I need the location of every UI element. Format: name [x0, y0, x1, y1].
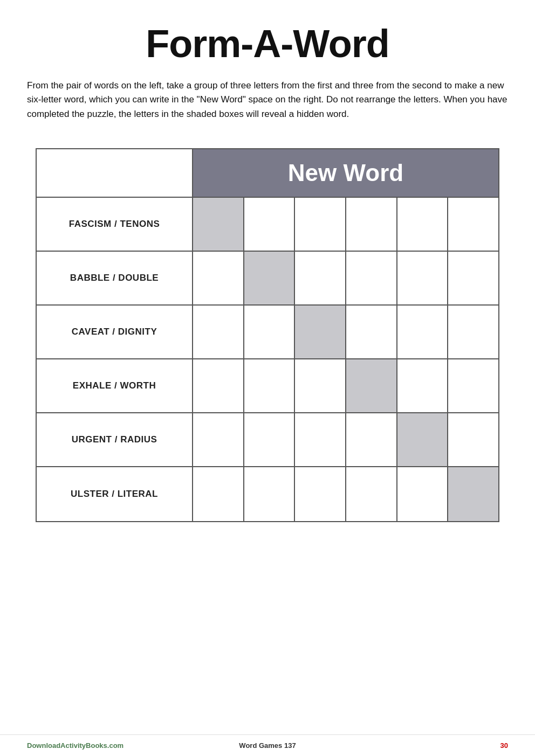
grid-cell[interactable]: [244, 198, 296, 251]
grid-cell[interactable]: [193, 252, 244, 304]
grid-row: [193, 413, 498, 467]
grid-cell[interactable]: [346, 413, 397, 466]
grid-cell[interactable]: [397, 252, 449, 304]
word-pair-row: BABBLE / DOUBLE: [37, 252, 192, 306]
grid-row: [193, 252, 498, 306]
puzzle-container: FASCISM / TENONSBABBLE / DOUBLECAVEAT / …: [36, 148, 499, 522]
grid-cell[interactable]: [244, 252, 296, 304]
grid-row: [193, 467, 498, 521]
footer: DownloadActivityBooks.com Word Games 137…: [0, 734, 535, 756]
grid-cell[interactable]: [193, 467, 244, 521]
page-title: Form-A-Word: [27, 22, 508, 66]
grid-row: [193, 198, 498, 252]
right-column: New Word: [192, 148, 499, 522]
grid-row: [193, 306, 498, 359]
grid-cell[interactable]: [397, 413, 449, 466]
grid-cell[interactable]: [295, 467, 346, 521]
grid-cell[interactable]: [448, 413, 498, 466]
grid-cell[interactable]: [346, 198, 397, 251]
grid-cell[interactable]: [244, 467, 296, 521]
grid-cell[interactable]: [295, 413, 346, 466]
grid-cell[interactable]: [295, 198, 346, 251]
grid-cell[interactable]: [448, 306, 498, 358]
grid-cell[interactable]: [448, 467, 498, 521]
grid-cell[interactable]: [193, 306, 244, 358]
grid-cell[interactable]: [346, 252, 397, 304]
grid-cell[interactable]: [193, 413, 244, 466]
left-header: [37, 149, 192, 198]
grid-cell[interactable]: [193, 198, 244, 251]
footer-title: Word Games 137: [187, 741, 347, 750]
footer-website: DownloadActivityBooks.com: [27, 741, 187, 750]
grid-row: [193, 359, 498, 413]
word-pair-row: ULSTER / LITERAL: [37, 467, 192, 521]
grid-cell[interactable]: [295, 252, 346, 304]
grid-cell[interactable]: [244, 413, 296, 466]
page: Form-A-Word From the pair of words on th…: [0, 0, 535, 554]
grid-cell[interactable]: [295, 359, 346, 412]
word-pair-row: FASCISM / TENONS: [37, 198, 192, 252]
left-column: FASCISM / TENONSBABBLE / DOUBLECAVEAT / …: [36, 148, 192, 522]
grid-cell[interactable]: [346, 359, 397, 412]
instructions-text: From the pair of words on the left, take…: [27, 79, 508, 121]
footer-page-number: 30: [348, 741, 508, 750]
word-pair-row: CAVEAT / DIGNITY: [37, 306, 192, 359]
grid-cell[interactable]: [397, 359, 449, 412]
grid-cell[interactable]: [346, 306, 397, 358]
grid-cell[interactable]: [448, 359, 498, 412]
grid-cell[interactable]: [448, 252, 498, 304]
word-pair-row: EXHALE / WORTH: [37, 359, 192, 413]
new-word-label: New Word: [288, 159, 403, 186]
grid-cell[interactable]: [193, 359, 244, 412]
grid-cell[interactable]: [244, 306, 296, 358]
grid-cell[interactable]: [244, 359, 296, 412]
word-pair-row: URGENT / RADIUS: [37, 413, 192, 467]
grid-cell[interactable]: [397, 198, 449, 251]
new-word-header: New Word: [193, 149, 498, 198]
grid-cell[interactable]: [346, 467, 397, 521]
grid-cell[interactable]: [448, 198, 498, 251]
grid-cell[interactable]: [295, 306, 346, 358]
grid-cell[interactable]: [397, 306, 449, 358]
grid-cell[interactable]: [397, 467, 449, 521]
